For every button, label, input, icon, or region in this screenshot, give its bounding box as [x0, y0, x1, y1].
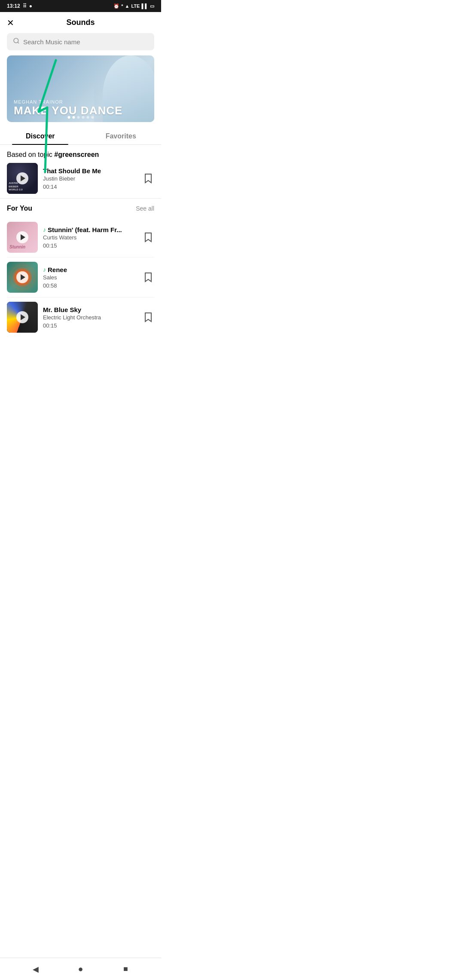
bookmark-icon-bieber	[144, 173, 152, 184]
status-left: 13:12 ⠿ ●	[7, 3, 32, 9]
track-thumbnail-renee[interactable]	[7, 262, 38, 293]
track-artist-renee: Sales	[43, 274, 137, 281]
play-button-stunnin[interactable]	[16, 231, 28, 243]
bookmark-icon-mbs	[144, 312, 152, 322]
track-info-stunnin: ♪ Stunnin' (feat. Harm Fr... Curtis Wate…	[43, 226, 137, 249]
search-icon	[13, 37, 20, 46]
topic-hashtag: #greenscreen	[54, 151, 99, 158]
banner-title: MAKE YOU DANCE	[14, 104, 122, 117]
search-bar[interactable]	[7, 33, 154, 50]
track-duration-bieber: 00:14	[43, 184, 137, 190]
bookmark-button-stunnin[interactable]	[142, 231, 154, 243]
topic-prefix: Based on topic	[7, 151, 54, 158]
track-stunnin: ♪ Stunnin' (feat. Harm Fr... Curtis Wate…	[7, 217, 154, 257]
music-note-icon: ♪	[43, 266, 46, 273]
for-you-title: For You	[7, 205, 32, 212]
banner: MEGHAN TRAINOR MAKE YOU DANCE	[7, 55, 154, 122]
dot-3	[77, 116, 79, 119]
bookmark-button-bieber[interactable]	[142, 172, 154, 184]
bookmark-button-mbs[interactable]	[142, 311, 154, 323]
track-renee: ♪ Renee Sales 00:58	[7, 257, 154, 297]
page-title: Sounds	[67, 18, 95, 27]
dot-icon: ●	[29, 3, 32, 9]
track-artist-bieber: Justin Bieber	[43, 175, 137, 182]
track-thumbnail-bieber[interactable]: JUSTINBIEBERWORLD 2.0	[7, 163, 38, 194]
tabs: Discover Favorites	[0, 128, 161, 145]
dot-4	[82, 116, 84, 119]
audio-icon: ⠿	[23, 3, 27, 9]
search-input[interactable]	[23, 38, 148, 46]
music-note-icon: ♪	[43, 226, 46, 233]
dot-5	[86, 116, 89, 119]
track-title-stunnin: ♪ Stunnin' (feat. Harm Fr...	[43, 226, 137, 233]
status-bar: 13:12 ⠿ ● ⏰ * ▲ LTE ▌▌ ▭	[0, 0, 161, 12]
svg-point-0	[14, 38, 18, 43]
bookmark-icon-renee	[144, 272, 152, 282]
track-title-bieber: That Should Be Me	[43, 167, 137, 175]
track-duration-stunnin: 00:15	[43, 242, 137, 249]
lte-icon: LTE	[131, 3, 140, 9]
track-title-mbs: Mr. Blue Sky	[43, 306, 137, 313]
track-title-renee: ♪ Renee	[43, 266, 137, 273]
play-button-renee[interactable]	[16, 271, 28, 283]
close-button[interactable]: ✕	[7, 18, 14, 27]
topic-section: Based on topic #greenscreen JUSTINBIEBER…	[0, 145, 161, 198]
track-info-bieber: That Should Be Me Justin Bieber 00:14	[43, 167, 137, 190]
dot-6	[91, 116, 94, 119]
topic-track: JUSTINBIEBERWORLD 2.0 That Should Be Me …	[7, 159, 154, 198]
play-icon	[21, 274, 25, 280]
see-all-button[interactable]: See all	[136, 205, 154, 212]
alarm-icon: ⏰	[113, 3, 119, 9]
for-you-section: For You See all ♪ Stunnin' (feat. Harm F…	[0, 199, 161, 371]
svg-line-1	[18, 42, 19, 43]
signal-icon: ▌▌	[141, 3, 148, 9]
header: ✕ Sounds	[0, 12, 161, 33]
dot-1	[67, 116, 70, 119]
play-icon	[21, 234, 25, 240]
bookmark-button-renee[interactable]	[142, 271, 154, 283]
tab-discover[interactable]: Discover	[0, 128, 81, 144]
search-container	[0, 33, 161, 55]
banner-dots	[67, 116, 94, 119]
track-thumbnail-stunnin[interactable]	[7, 222, 38, 253]
track-artist-mbs: Electric Light Orchestra	[43, 314, 137, 321]
tab-favorites[interactable]: Favorites	[81, 128, 162, 144]
bookmark-icon-stunnin	[144, 232, 152, 242]
track-mbs: Mr. Blue Sky Electric Light Orchestra 00…	[7, 297, 154, 337]
status-right: ⏰ * ▲ LTE ▌▌ ▭	[113, 3, 154, 9]
track-info-mbs: Mr. Blue Sky Electric Light Orchestra 00…	[43, 306, 137, 329]
dot-2	[72, 116, 75, 119]
play-icon	[21, 175, 25, 181]
for-you-header: For You See all	[7, 205, 154, 212]
play-button-mbs[interactable]	[16, 311, 28, 323]
track-info-renee: ♪ Renee Sales 00:58	[43, 266, 137, 289]
battery-icon: ▭	[150, 3, 154, 9]
track-duration-renee: 00:58	[43, 282, 137, 289]
time: 13:12	[7, 3, 20, 9]
wifi-icon: ▲	[125, 3, 130, 9]
play-icon	[21, 314, 25, 320]
track-artist-stunnin: Curtis Waters	[43, 234, 137, 241]
track-thumbnail-mbs[interactable]	[7, 302, 38, 333]
bluetooth-icon: *	[121, 3, 123, 9]
topic-label: Based on topic #greenscreen	[7, 151, 154, 159]
track-duration-mbs: 00:15	[43, 322, 137, 329]
play-button-bieber[interactable]	[16, 172, 28, 184]
